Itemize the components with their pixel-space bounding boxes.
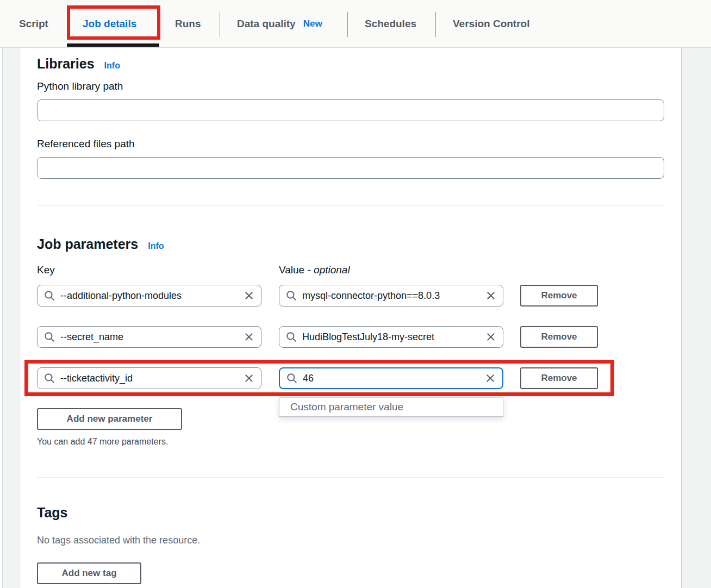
add-new-parameter-button[interactable]: Add new parameter [37, 408, 182, 430]
referenced-files-path-label: Referenced files path [37, 138, 135, 150]
param-key-input[interactable]: --secret_name [37, 326, 261, 348]
active-tab-underline [67, 43, 159, 47]
job-details-panel: Libraries Info Python library path Refer… [21, 48, 681, 588]
tab-data-quality[interactable]: Data quality New [237, 0, 322, 48]
clear-icon[interactable] [485, 373, 496, 384]
remove-parameter-button[interactable]: Remove [520, 326, 598, 348]
parameter-value-dropdown-option[interactable]: Custom parameter value [279, 397, 503, 417]
clear-icon[interactable] [244, 373, 254, 384]
key-column-header: Key [37, 264, 55, 276]
add-new-tag-button[interactable]: Add new tag [37, 562, 141, 584]
left-gutter [2, 48, 21, 588]
job-parameters-heading: Job parameters Info [37, 236, 164, 252]
search-icon [286, 331, 297, 342]
param-value-input[interactable]: HudiBlogTestJuly18-my-secret [279, 326, 503, 348]
tab-schedules[interactable]: Schedules [365, 0, 416, 48]
remove-parameter-button[interactable]: Remove [520, 285, 598, 306]
param-key-input[interactable]: --ticketactivity_id [37, 367, 261, 389]
python-library-path-input[interactable] [37, 99, 664, 121]
tab-bar: Script Job details Runs Data quality New… [0, 0, 711, 48]
search-icon [44, 331, 55, 342]
libraries-heading: Libraries Info [37, 56, 120, 72]
tab-script[interactable]: Script [19, 0, 48, 48]
no-tags-text: No tags associated with the resource. [37, 535, 200, 546]
param-value-input-focused[interactable]: 46 [279, 367, 503, 389]
tab-version-control[interactable]: Version Control [453, 0, 529, 48]
tab-divider [435, 12, 436, 37]
job-parameters-info-link[interactable]: Info [148, 241, 164, 251]
search-icon [44, 290, 55, 301]
new-badge: New [303, 18, 322, 29]
clear-icon[interactable] [244, 290, 254, 301]
section-divider [37, 205, 664, 206]
tab-job-details[interactable]: Job details [83, 0, 136, 48]
parameters-remaining-note: You can add 47 more parameters. [37, 437, 168, 447]
search-icon [286, 290, 297, 301]
tags-heading: Tags [37, 505, 68, 521]
referenced-files-path-input[interactable] [37, 157, 664, 179]
param-key-input[interactable]: --additional-python-modules [37, 285, 261, 306]
clear-icon[interactable] [485, 331, 496, 342]
clear-icon[interactable] [485, 290, 496, 301]
search-icon [286, 373, 297, 384]
libraries-info-link[interactable]: Info [104, 61, 120, 71]
right-gutter[interactable] [681, 48, 711, 588]
section-divider [37, 477, 664, 478]
python-library-path-label: Python library path [37, 80, 123, 92]
tab-divider [347, 12, 348, 37]
value-column-header: Value - optional [279, 264, 350, 276]
clear-icon[interactable] [244, 331, 254, 342]
remove-parameter-button[interactable]: Remove [520, 367, 598, 389]
search-icon [44, 373, 55, 384]
param-value-input[interactable]: mysql-connector-python==8.0.3 [279, 285, 503, 306]
tab-runs[interactable]: Runs [175, 0, 201, 48]
tab-divider [220, 12, 220, 37]
glue-job-details-page: Script Job details Runs Data quality New… [0, 0, 711, 588]
